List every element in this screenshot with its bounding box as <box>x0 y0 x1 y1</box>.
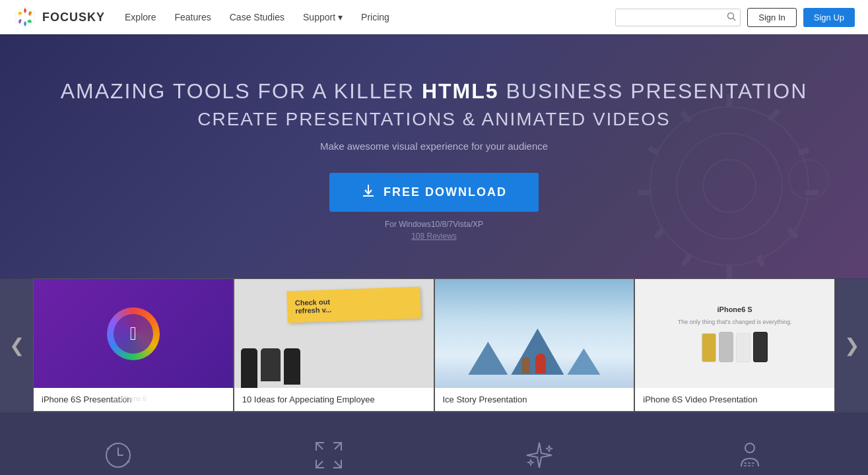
chevron-left-icon: ❮ <box>9 334 24 356</box>
navbar: FOCUSKY Explore Features Case Studies Su… <box>0 0 868 34</box>
download-icon <box>361 183 376 201</box>
carousel-item-caption: 10 Ideas for Appeciating Employee <box>234 388 434 411</box>
hero-section: AMAZING TOOLS FOR A KILLER HTML5 BUSINES… <box>0 34 868 278</box>
apple-logo-circle:  <box>107 307 160 360</box>
search-icon <box>727 12 736 21</box>
expand-icon <box>312 439 345 472</box>
logo-icon <box>13 5 37 29</box>
feature-canvas: Infinite canvas & unlimited zoom and pan… <box>224 432 434 475</box>
nav-links: Explore Features Case Studies Support ▾ … <box>125 12 615 22</box>
hero-footnote: For Windows10/8/7Vista/XP <box>385 220 483 229</box>
download-button[interactable]: FREE DOWNLOAD <box>329 173 539 212</box>
svg-line-28 <box>316 461 323 468</box>
search-input[interactable] <box>621 13 727 22</box>
feature-animation: Smooth animation and transition effects <box>434 432 645 475</box>
svg-line-25 <box>316 443 323 449</box>
search-button[interactable] <box>727 12 736 23</box>
svg-point-5 <box>677 133 782 239</box>
svg-line-15 <box>683 255 690 265</box>
carousel-item[interactable]: iPhone6 S The only thing that's changed … <box>634 278 835 412</box>
nav-case-studies[interactable]: Case Studies <box>230 12 284 22</box>
hero-description: Make awesome visual experience for your … <box>320 141 548 152</box>
nav-features[interactable]: Features <box>174 12 211 22</box>
svg-point-4 <box>650 107 809 265</box>
signup-button[interactable]: Sign Up <box>803 8 855 27</box>
nav-support[interactable]: Support ▾ <box>303 12 343 22</box>
carousel-item[interactable]: Check outrefresh v... 10 Ideas for Appec… <box>234 278 434 412</box>
feature-results: Professional results in just 5 minutes <box>13 432 224 475</box>
carousel-item[interactable]: Ice Story Presentation <box>434 278 635 412</box>
carousel-prev-button[interactable]: ❮ <box>0 279 33 411</box>
search-box <box>615 9 741 26</box>
svg-line-9 <box>769 110 779 120</box>
carousel-item-caption: iPhone 6S Video Presentation <box>635 388 834 411</box>
hero-subtitle: CREATE PRESENTATIONS & ANIMATED VIDEOS <box>197 109 670 130</box>
hero-bg-gear <box>630 87 828 278</box>
svg-line-16 <box>655 229 663 238</box>
svg-line-18 <box>649 148 658 153</box>
carousel-item[interactable]:  iPhone 6 iPhone 6S Presentation <box>33 278 234 412</box>
chevron-right-icon: ❯ <box>844 334 859 356</box>
clock-icon <box>102 439 135 472</box>
dropdown-arrow-icon: ▾ <box>338 12 343 22</box>
svg-point-2 <box>728 13 734 18</box>
carousel-items:  iPhone 6 iPhone 6S Presentation <box>33 278 835 412</box>
svg-point-6 <box>703 160 756 212</box>
logo[interactable]: FOCUSKY <box>13 5 105 29</box>
svg-line-13 <box>759 255 762 267</box>
svg-line-3 <box>733 18 736 20</box>
logo-text: FOCUSKY <box>42 11 105 24</box>
svg-line-19 <box>682 112 690 121</box>
svg-point-32 <box>745 443 754 453</box>
signin-button[interactable]: Sign In <box>747 8 796 27</box>
star-icon <box>523 439 556 472</box>
carousel-item-thumbnail <box>435 279 634 388</box>
svg-line-10 <box>799 150 809 153</box>
svg-marker-30 <box>546 445 552 452</box>
carousel-next-button[interactable]: ❯ <box>835 279 868 411</box>
svg-marker-31 <box>528 460 533 465</box>
features-section: Professional results in just 5 minutes I… <box>0 412 868 475</box>
carousel-item-thumbnail:  iPhone 6 <box>34 279 233 388</box>
feature-templates: Tons of built-in templates and character… <box>644 432 855 475</box>
svg-line-27 <box>335 461 341 468</box>
carousel-section: ❮  iPhone 6 iPhone 6S Presentation <box>0 278 868 412</box>
nav-right: Sign In Sign Up <box>615 8 855 27</box>
carousel-item-caption: Ice Story Presentation <box>435 388 634 411</box>
carousel-item-thumbnail: Check outrefresh v... <box>234 279 434 388</box>
svg-line-26 <box>335 443 341 449</box>
hero-reviews-link[interactable]: 108 Reviews <box>411 232 457 241</box>
nav-pricing[interactable]: Pricing <box>361 12 389 22</box>
nav-explore[interactable]: Explore <box>125 12 156 22</box>
carousel-item-thumbnail: iPhone6 S The only thing that's changed … <box>635 279 834 388</box>
person-icon <box>733 439 766 472</box>
svg-point-1 <box>22 14 28 20</box>
